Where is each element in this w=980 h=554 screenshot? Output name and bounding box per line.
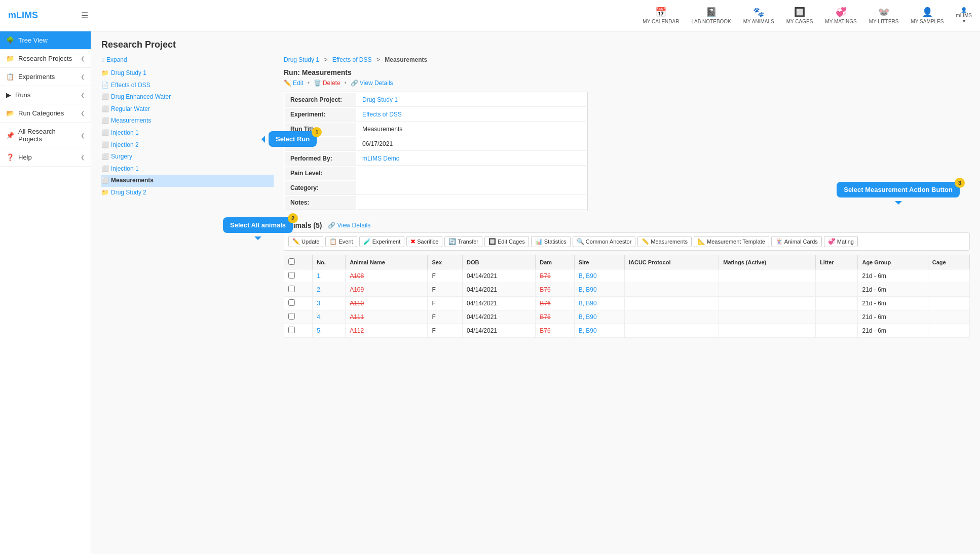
breadcrumb-measurements: Measurements: [385, 56, 427, 63]
toolbar-statistics[interactable]: 📊 Statistics: [531, 236, 571, 247]
run-icon-injection-2: ⬜: [101, 140, 109, 151]
run-action-links: ✏️ Edit • 🗑️ Delete • 🔗 View Details: [284, 80, 970, 87]
nav-animals[interactable]: 🐾 MY ANIMALS: [743, 7, 774, 24]
tree-node-injection-2[interactable]: ⬜ Injection 2: [101, 139, 274, 151]
tree-node-regular-water[interactable]: ⬜ Regular Water: [101, 103, 274, 115]
toolbar-mating[interactable]: 💞 Mating: [824, 236, 858, 247]
sacrifice-label: Sacrifice: [417, 239, 438, 245]
nav-litters-label: MY LITTERS: [869, 19, 899, 24]
select-all-checkbox[interactable]: [288, 258, 295, 265]
row-matings-1: [719, 269, 816, 283]
tree-node-effects-dss[interactable]: 📄 Effects of DSS: [101, 80, 274, 92]
row-dam-2[interactable]: B76: [536, 283, 574, 297]
row-dam-4[interactable]: B76: [536, 310, 574, 324]
nav-matings[interactable]: 💞 MY MATINGS: [825, 7, 856, 24]
main-content: Research Project ↕ Expand 📁 Drug Study 1: [91, 31, 980, 554]
tree: 📁 Drug Study 1 📄 Effects of DSS ⬜ Drug E…: [101, 67, 274, 199]
sidebar-item-run-categories[interactable]: 📂 Run Categories ❮: [0, 104, 91, 123]
row-checkbox-5[interactable]: [288, 327, 295, 333]
tree-node-drug-study-2[interactable]: 📁 Drug Study 2: [101, 187, 274, 199]
row-matings-3: [719, 297, 816, 310]
sidebar-item-tree-view[interactable]: 🌳 Tree View: [0, 31, 91, 50]
toolbar-transfer[interactable]: 🔄 Transfer: [444, 236, 482, 247]
row-dob-2: 04/14/2021: [462, 283, 535, 297]
sidebar-item-runs[interactable]: ▶ Runs ❮: [0, 86, 91, 104]
expand-link[interactable]: ↕ Expand: [101, 56, 274, 63]
row-age-group-2: 21d - 6m: [858, 283, 928, 297]
nav-notebook[interactable]: 📓 LAB NOTEBOOK: [691, 7, 731, 24]
edit-link[interactable]: ✏️ Edit: [284, 80, 304, 87]
row-name-1[interactable]: A108: [346, 269, 428, 283]
row-no-3[interactable]: 3.: [313, 297, 346, 310]
sidebar-label-experiments: Experiments: [18, 73, 55, 81]
calendar-icon: 📅: [655, 7, 666, 18]
sidebar-label-research-projects: Research Projects: [18, 55, 72, 62]
row-checkbox-3[interactable]: [288, 299, 295, 306]
tree-node-surgery[interactable]: ⬜ Surgery: [101, 151, 274, 163]
nav-calendar[interactable]: 📅 MY CALENDAR: [643, 7, 679, 24]
row-sire-3[interactable]: B, B90: [574, 297, 624, 310]
view-details-link-run[interactable]: 🔗 View Details: [351, 80, 393, 87]
nav-samples[interactable]: 👤 MY SAMPLES: [911, 7, 944, 24]
sidebar-item-all-research[interactable]: 📌 All Research Projects ❮: [0, 123, 91, 148]
nav-user[interactable]: 👤 mLIMS ▾: [956, 7, 972, 24]
common-ancestor-label: Common Ancestor: [586, 239, 631, 245]
breadcrumb-sep-2: >: [376, 56, 382, 63]
row-no-5[interactable]: 5.: [313, 324, 346, 338]
row-dam-3[interactable]: B76: [536, 297, 574, 310]
row-no-2[interactable]: 2.: [313, 283, 346, 297]
row-sire-1[interactable]: B, B90: [574, 269, 624, 283]
tree-node-injection-1a[interactable]: ⬜ Injection 1: [101, 127, 274, 139]
row-name-5[interactable]: A112: [346, 324, 428, 338]
animals-view-details[interactable]: 🔗 View Details: [328, 222, 370, 229]
toolbar-animal-cards[interactable]: 🃏 Animal Cards: [771, 236, 822, 247]
row-name-4[interactable]: A111: [346, 310, 428, 324]
breadcrumb-effects-dss[interactable]: Effects of DSS: [332, 56, 372, 63]
row-checkbox-1[interactable]: [288, 272, 295, 279]
toolbar-common-ancestor[interactable]: 🔍 Common Ancestor: [573, 236, 635, 247]
tree-node-injection-1b[interactable]: ⬜ Injection 1: [101, 163, 274, 175]
tree-node-measurements-1[interactable]: ⬜ Measurements: [101, 115, 274, 127]
info-label-research-project: Research Project:: [285, 93, 356, 107]
nav-samples-label: MY SAMPLES: [911, 19, 944, 24]
nav-litters[interactable]: 🐭 MY LITTERS: [869, 7, 899, 24]
cages-icon: 🔲: [794, 7, 805, 18]
row-checkbox-2[interactable]: [288, 286, 295, 292]
row-dob-3: 04/14/2021: [462, 297, 535, 310]
row-iacuc-3: [624, 297, 719, 310]
toolbar-measurement-template[interactable]: 📐 Measurement Template: [694, 236, 769, 247]
hamburger-menu[interactable]: ☰: [81, 11, 88, 20]
table-row: 5. A112 F 04/14/2021 B76 B, B90 21d - 6m: [284, 324, 970, 338]
row-checkbox-4[interactable]: [288, 313, 295, 320]
row-name-3[interactable]: A110: [346, 297, 428, 310]
row-dam-5[interactable]: B76: [536, 324, 574, 338]
animals-toolbar: ✏️ Update 📋 Event 🧪 Experiment ✖: [284, 232, 970, 251]
toolbar-event[interactable]: 📋 Event: [325, 236, 357, 247]
info-row-pain-level: Pain Level:: [285, 167, 586, 180]
toolbar-experiment[interactable]: 🧪 Experiment: [359, 236, 405, 247]
toolbar-sacrifice[interactable]: ✖ Sacrifice: [406, 236, 442, 247]
row-sire-2[interactable]: B, B90: [574, 283, 624, 297]
row-no-1[interactable]: 1.: [313, 269, 346, 283]
row-sire-5[interactable]: B, B90: [574, 324, 624, 338]
row-litter-1: [816, 269, 858, 283]
edit-cages-label: Edit Cages: [498, 239, 525, 245]
sidebar-item-help[interactable]: ❓ Help ❮: [0, 148, 91, 167]
sidebar-item-experiments[interactable]: 📋 Experiments ❮: [0, 68, 91, 86]
tree-node-measurements-selected[interactable]: ⬜ Measurements: [101, 175, 274, 187]
expand-arrow: ↕: [101, 56, 104, 63]
tree-node-drug-study-1[interactable]: 📁 Drug Study 1: [101, 67, 274, 80]
row-name-2[interactable]: A109: [346, 283, 428, 297]
row-sire-4[interactable]: B, B90: [574, 310, 624, 324]
toolbar-update[interactable]: ✏️ Update: [288, 236, 323, 247]
breadcrumb-drug-study-1[interactable]: Drug Study 1: [284, 56, 319, 63]
toolbar-measurements[interactable]: 📏 Measurements: [637, 236, 692, 247]
row-no-4[interactable]: 4.: [313, 310, 346, 324]
toolbar-edit-cages[interactable]: 🔲 Edit Cages: [484, 236, 529, 247]
run-section-title: Run: Measurements: [284, 68, 970, 76]
delete-link[interactable]: 🗑️ Delete: [314, 80, 341, 87]
sidebar-item-research-projects[interactable]: 📁 Research Projects ❮: [0, 50, 91, 68]
tree-node-drug-enhanced[interactable]: ⬜ Drug Enhanced Water: [101, 91, 274, 103]
nav-cages[interactable]: 🔲 MY CAGES: [786, 7, 813, 24]
row-dam-1[interactable]: B76: [536, 269, 574, 283]
